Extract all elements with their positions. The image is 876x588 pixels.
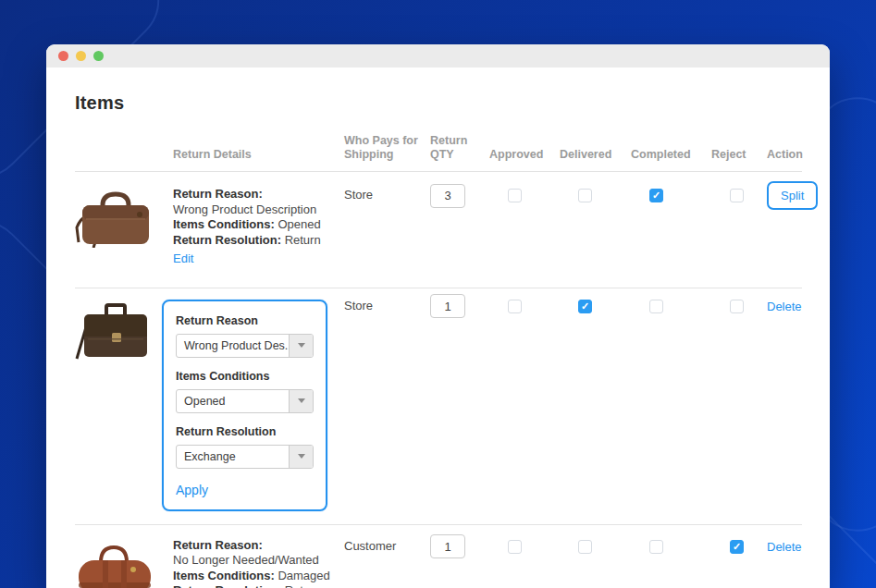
header-action: Action [767,148,812,162]
check-icon: ✓ [581,301,589,312]
check-icon: ✓ [652,190,660,201]
edit-link[interactable]: Edit [173,251,193,267]
return-resolution-label: Return Resolution: [173,233,281,247]
header-reject: Reject [711,148,767,162]
completed-checkbox[interactable]: ✓ [649,189,663,202]
items-page: Items Return Details Who Pays for Shippi… [46,67,830,588]
items-conditions-label: Items Conditions: [173,569,275,582]
window-titlebar [46,44,830,67]
return-resolution-select[interactable]: Exchange [176,445,314,469]
delivered-cell: ✓ [560,538,631,554]
delivered-checkbox[interactable]: ✓ [578,189,592,202]
approved-checkbox[interactable]: ✓ [508,540,522,554]
qty-cell [430,187,489,208]
qty-cell [430,298,489,319]
brown-briefcase-image [75,190,156,248]
return-qty-input[interactable] [430,294,465,318]
table-header-row: Return Details Who Pays for Shipping Ret… [75,134,802,171]
action-cell: Delete [767,298,802,314]
approved-cell: ✓ [489,298,560,313]
return-reason-selected-value: Wrong Product Des... [177,335,289,357]
return-resolution-value: Return [285,583,321,588]
header-who-pays: Who Pays for Shipping [344,134,430,162]
qty-cell [430,538,489,559]
header-approved: Approved [489,148,560,162]
reject-checkbox[interactable]: ✓ [730,540,744,554]
return-qty-input[interactable] [430,534,465,558]
return-reason-value: Wrong Product Description [173,202,333,218]
table-row: Return Reason Wrong Product Des... Items… [75,288,802,524]
return-details-cell: Return Reason: Wrong Product Description… [173,187,344,267]
items-conditions-label: Items Conditions: [173,217,275,231]
return-reason-label: Return Reason: [173,538,263,552]
minimize-window-button[interactable] [76,51,86,61]
table-row: Return Reason: No Longer Needed/Wanted I… [75,525,802,588]
reject-cell: ✓ [711,298,767,313]
split-button[interactable]: Split [767,181,818,210]
return-resolution-value: Return [285,233,321,247]
items-conditions-value: Damaged [278,569,329,582]
items-conditions-label: Items Conditions [176,370,314,383]
approved-checkbox[interactable]: ✓ [508,300,522,313]
return-resolution-selected-value: Exchange [177,446,289,468]
action-cell: Split [767,187,818,210]
return-reason-label: Return Reason: [173,187,263,201]
chevron-down-icon [298,398,305,403]
return-reason-select[interactable]: Wrong Product Des... [176,334,314,358]
page-title: Items [75,92,802,114]
completed-cell: ✓ [631,538,711,554]
completed-checkbox[interactable]: ✓ [649,540,663,554]
app-window: Items Return Details Who Pays for Shippi… [46,44,830,588]
dropdown-arrow-button[interactable] [289,446,313,468]
items-conditions-value: Opened [278,217,320,231]
approved-cell: ✓ [489,538,560,554]
edit-return-panel: Return Reason Wrong Product Des... Items… [162,300,327,511]
maximize-window-button[interactable] [93,51,104,61]
return-resolution-label: Return Resolution [176,425,314,438]
header-delivered: Delivered [560,148,631,162]
delete-link[interactable]: Delete [767,540,802,554]
approved-checkbox[interactable]: ✓ [508,189,522,202]
completed-cell: ✓ [631,187,711,202]
return-details-cell: Return Reason: No Longer Needed/Wanted I… [173,538,344,588]
chevron-down-icon [298,454,305,459]
delivered-checkbox[interactable]: ✓ [578,540,592,554]
who-pays-value: Customer [344,538,430,553]
reject-cell: ✓ [711,538,767,554]
who-pays-value: Store [344,187,430,202]
apply-link[interactable]: Apply [176,483,208,497]
return-reason-value: No Longer Needed/Wanted [173,553,333,569]
dark-briefcase-image [75,301,156,361]
header-completed: Completed [631,148,711,162]
brown-duffel-image [75,542,156,588]
reject-cell: ✓ [711,187,767,202]
completed-cell: ✓ [631,298,711,313]
table-row: Return Reason: Wrong Product Description… [75,172,802,288]
completed-checkbox[interactable]: ✓ [649,300,663,313]
header-return-details: Return Details [173,148,344,162]
header-return-qty: Return QTY [430,134,489,162]
dropdown-arrow-button[interactable] [289,335,313,357]
items-conditions-select[interactable]: Opened [176,389,314,413]
return-resolution-label: Return Resolution: [173,583,281,588]
product-image-cell [75,187,173,251]
action-cell: Delete [767,538,802,555]
product-image-cell [75,538,173,588]
return-reason-label: Return Reason [176,314,314,327]
chevron-down-icon [298,343,305,348]
close-window-button[interactable] [58,51,68,61]
reject-checkbox[interactable]: ✓ [730,300,744,313]
delete-link[interactable]: Delete [767,300,802,313]
return-qty-input[interactable] [430,184,465,208]
who-pays-value: Store [344,298,430,312]
dropdown-arrow-button[interactable] [289,390,313,412]
product-image-cell [75,298,173,364]
approved-cell: ✓ [489,187,560,202]
delivered-cell: ✓ [560,187,631,202]
reject-checkbox[interactable]: ✓ [730,189,744,202]
delivered-checkbox[interactable]: ✓ [578,300,592,313]
delivered-cell: ✓ [560,298,631,313]
check-icon: ✓ [733,542,741,552]
return-details-cell: Return Reason Wrong Product Des... Items… [173,298,344,511]
items-conditions-selected-value: Opened [177,390,289,412]
